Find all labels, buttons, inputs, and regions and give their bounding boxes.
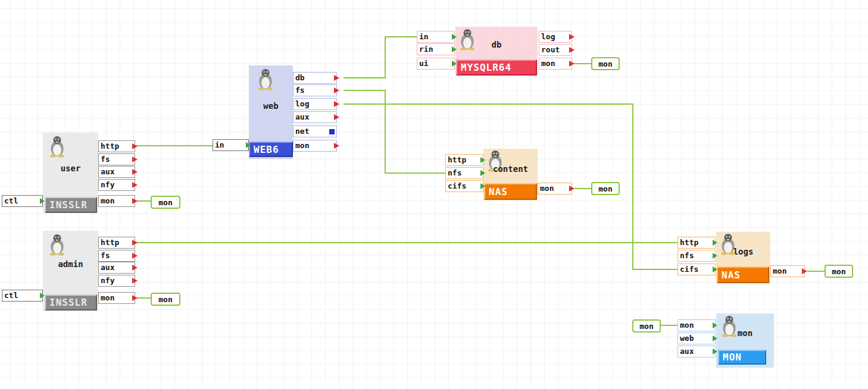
port-label: http <box>446 155 480 165</box>
output-arrow-icon <box>132 198 138 204</box>
wire-web-log-to-logs-cifs-seg3[interactable] <box>632 269 677 270</box>
port-label: ui <box>417 58 452 69</box>
node-db-badge[interactable]: MYSQLR64 <box>456 59 537 76</box>
node-content-badge[interactable]: NAS <box>484 183 537 200</box>
wire-web-db-to-db-in-seg1[interactable] <box>344 77 386 79</box>
port-web-log[interactable]: log <box>293 98 337 110</box>
port-label: mon <box>771 266 802 277</box>
port-content-cifs[interactable]: cifs <box>445 180 483 192</box>
port-logs-http[interactable]: http <box>677 237 716 249</box>
port-label: in <box>213 140 246 150</box>
port-label: http <box>678 237 713 248</box>
port-admin-fs[interactable]: fs <box>98 250 135 262</box>
port-content-mon[interactable]: mon <box>538 183 572 194</box>
port-label: fs <box>99 250 132 261</box>
wire-db-mon-to-terminal[interactable] <box>573 63 591 64</box>
terminal-user-mon[interactable]: mon <box>151 196 180 209</box>
input-arrow-icon <box>713 349 717 355</box>
terminal-db-mon[interactable]: mon <box>591 57 620 70</box>
port-admin-aux[interactable]: aux <box>98 262 135 274</box>
terminal-logs-mon[interactable]: mon <box>825 265 853 278</box>
port-web-net[interactable]: net <box>293 126 337 137</box>
port-user-nfy[interactable]: nfy <box>98 179 135 191</box>
port-admin-nfy[interactable]: nfy <box>98 275 135 287</box>
port-web-mon[interactable]: mon <box>293 140 337 152</box>
port-label: rout <box>539 45 569 55</box>
input-arrow-icon <box>713 266 717 272</box>
output-arrow-icon <box>569 34 574 40</box>
output-arrow-icon <box>132 156 138 162</box>
wire-user-mon-to-terminal[interactable] <box>136 200 151 202</box>
port-user-fs[interactable]: fs <box>98 153 135 165</box>
port-admin-mon[interactable]: mon <box>98 292 135 304</box>
port-mon-mon[interactable]: mon <box>677 319 716 331</box>
wire-content-mon-to-terminal[interactable] <box>574 188 591 189</box>
node-content-title: content <box>483 164 538 174</box>
port-web-in[interactable]: in <box>213 139 249 151</box>
port-db-log[interactable]: log <box>539 31 572 43</box>
port-web-aux[interactable]: aux <box>293 111 337 123</box>
wire-admin-http-to-logs-http[interactable] <box>136 242 677 243</box>
input-arrow-icon <box>452 61 457 67</box>
port-label: rin <box>417 44 452 55</box>
wire-web-log-to-logs-cifs-seg1[interactable] <box>344 103 633 105</box>
terminal-content-mon[interactable]: mon <box>591 182 620 195</box>
node-user-badge[interactable]: INSSLR <box>45 197 97 213</box>
port-logs-cifs[interactable]: cifs <box>677 263 716 275</box>
port-label: cifs <box>678 264 713 275</box>
node-web-badge[interactable]: WEB6 <box>249 142 293 157</box>
port-user-aux[interactable]: aux <box>98 166 135 178</box>
port-label: nfy <box>99 275 132 286</box>
port-db-in[interactable]: in <box>417 31 455 43</box>
node-db-title: db <box>455 40 538 49</box>
wire-web-fs-to-content-nfs-seg2[interactable] <box>385 90 386 174</box>
port-mon-web[interactable]: web <box>677 332 716 344</box>
node-web-title: web <box>249 101 293 111</box>
port-admin-ctl[interactable]: ctl <box>2 290 43 302</box>
input-arrow-icon <box>480 157 485 163</box>
port-label: mon <box>99 196 132 206</box>
wire-web-fs-to-content-nfs-seg1[interactable] <box>344 90 386 91</box>
wire-user-http-to-web-in[interactable] <box>136 145 213 146</box>
wire-admin-mon-to-terminal[interactable] <box>136 297 151 299</box>
input-arrow-icon <box>40 198 45 204</box>
node-mon-badge[interactable]: MON <box>718 350 766 365</box>
port-db-rin[interactable]: rin <box>417 43 455 55</box>
node-admin-badge[interactable]: INSSLR <box>45 294 97 310</box>
port-user-mon[interactable]: mon <box>98 195 135 207</box>
port-label: net <box>294 126 329 137</box>
port-label: aux <box>99 167 132 177</box>
diagram-canvas[interactable]: user INSSLR ctl http fs aux nfy mon mon <box>0 0 868 389</box>
port-admin-http[interactable]: http <box>98 237 135 249</box>
port-label: in <box>417 32 452 42</box>
port-label: nfs <box>446 168 480 178</box>
input-arrow-icon <box>480 183 485 189</box>
wire-logs-mon-to-terminal[interactable] <box>807 271 825 272</box>
port-label: mon <box>678 320 713 331</box>
wire-web-fs-to-content-nfs-seg3[interactable] <box>385 172 445 174</box>
port-mon-aux[interactable]: aux <box>677 346 716 357</box>
port-label: cifs <box>446 181 480 192</box>
port-db-mon[interactable]: mon <box>539 58 572 70</box>
wire-web-db-to-db-in-seg3[interactable] <box>385 36 417 37</box>
port-logs-nfs[interactable]: nfs <box>677 250 716 262</box>
terminal-mon-in[interactable]: mon <box>632 319 661 332</box>
terminal-admin-mon[interactable]: mon <box>151 293 180 306</box>
port-web-fs[interactable]: fs <box>293 84 337 96</box>
port-db-ui[interactable]: ui <box>417 58 455 70</box>
node-logs-badge[interactable]: NAS <box>717 266 769 283</box>
port-user-http[interactable]: http <box>98 140 135 152</box>
output-arrow-icon <box>132 278 138 284</box>
port-db-rout[interactable]: rout <box>539 44 572 56</box>
wire-web-db-to-db-in-seg2[interactable] <box>385 36 386 79</box>
port-label: ctl <box>2 196 40 206</box>
wire-terminal-to-mon-mon[interactable] <box>661 325 677 326</box>
input-arrow-icon <box>713 335 717 341</box>
port-user-ctl[interactable]: ctl <box>2 195 43 207</box>
port-content-http[interactable]: http <box>445 154 483 166</box>
wire-web-log-to-logs-cifs-seg2[interactable] <box>632 103 633 270</box>
port-content-nfs[interactable]: nfs <box>445 167 483 179</box>
port-web-db[interactable]: db <box>293 72 337 84</box>
port-logs-mon[interactable]: mon <box>770 265 805 277</box>
output-arrow-icon <box>132 169 138 175</box>
